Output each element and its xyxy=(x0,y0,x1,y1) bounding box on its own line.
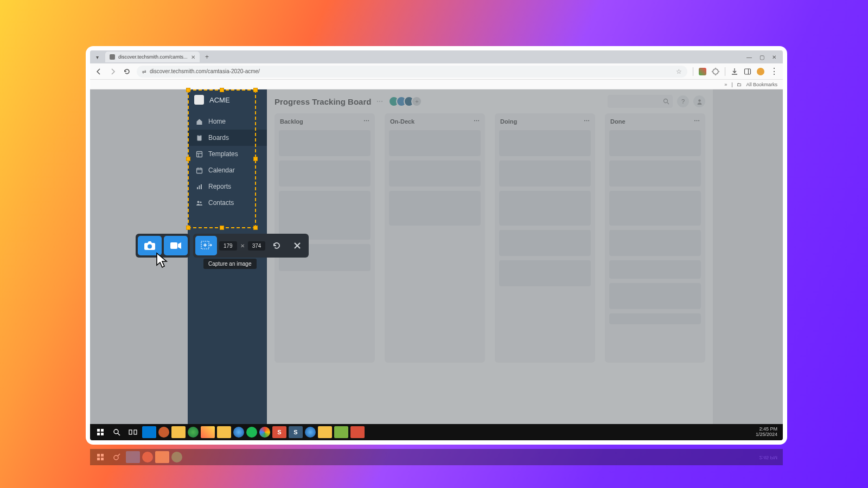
separator: | xyxy=(731,82,732,87)
clipboard-icon xyxy=(195,134,203,142)
reflection: 2:45 PM xyxy=(86,449,787,476)
taskbar-app-icon[interactable] xyxy=(217,426,231,438)
page-content: ACME Home Boards xyxy=(90,89,783,424)
sidepanel-icon[interactable] xyxy=(744,68,751,75)
folder-icon: 🗀 xyxy=(737,82,742,87)
home-icon xyxy=(195,118,203,125)
sidebar-nav: Home Boards Templates xyxy=(188,110,267,211)
system-tray-clock[interactable]: 2:45 PM 1/25/2024 xyxy=(756,427,780,438)
taskbar-app-icon[interactable] xyxy=(350,426,365,438)
close-tab-icon[interactable]: ✕ xyxy=(191,54,195,60)
svg-point-39 xyxy=(114,455,118,460)
separator xyxy=(693,67,693,76)
region-select-button[interactable] xyxy=(195,236,217,255)
favicon-icon xyxy=(110,54,115,60)
brand-name: ACME xyxy=(209,96,230,104)
svg-rect-30 xyxy=(101,433,104,435)
extension-icon[interactable] xyxy=(699,68,706,75)
bookmarks-overflow-icon[interactable]: » xyxy=(724,82,727,87)
search-taskbar-icon[interactable] xyxy=(110,426,124,438)
separator xyxy=(725,67,725,76)
window-frame: ▾ discover.techsmith.com/camts... ✕ + — … xyxy=(86,46,787,445)
sidebar-item-home[interactable]: Home xyxy=(188,113,267,130)
task-view-icon[interactable] xyxy=(126,426,140,438)
height-input[interactable]: 374 xyxy=(248,241,266,251)
taskbar-app-icon[interactable] xyxy=(318,426,332,438)
tab-title: discover.techsmith.com/camts... xyxy=(118,54,188,60)
start-button[interactable] xyxy=(93,426,107,438)
taskbar-app-icon[interactable] xyxy=(188,427,199,438)
url-bar: ⇄ discover.techsmith.com/camtasia-2020-a… xyxy=(90,63,783,80)
site-info-icon[interactable]: ⇄ xyxy=(142,69,146,74)
extensions-puzzle-icon[interactable] xyxy=(712,68,719,75)
svg-point-20 xyxy=(148,245,152,249)
svg-rect-28 xyxy=(101,429,104,432)
sidebar-item-label: Calendar xyxy=(208,166,235,174)
sidebar-header: ACME xyxy=(188,89,267,110)
width-input[interactable]: 179 xyxy=(219,241,237,251)
menu-dots-icon[interactable]: ⋮ xyxy=(770,66,778,76)
bookmark-star-icon[interactable]: ☆ xyxy=(676,68,682,75)
extension-icons: ⋮ xyxy=(693,66,778,76)
calendar-icon xyxy=(195,166,203,174)
tab-strip: ▾ discover.techsmith.com/camts... ✕ + — … xyxy=(90,50,783,63)
tooltip: Capture an image xyxy=(203,259,257,269)
contacts-icon xyxy=(195,199,203,207)
report-icon xyxy=(195,183,203,190)
taskbar-app-icon[interactable] xyxy=(201,426,215,438)
template-icon xyxy=(195,150,203,158)
capture-settings-group: 179 ✕ 374 xyxy=(193,234,309,258)
clock-date: 1/25/2024 xyxy=(756,432,777,438)
profile-avatar-icon[interactable] xyxy=(757,68,764,75)
back-button[interactable] xyxy=(94,67,103,76)
edge-icon[interactable] xyxy=(233,427,244,438)
svg-point-15 xyxy=(200,201,201,203)
brand-logo-icon xyxy=(194,95,204,105)
taskbar-app-icon[interactable] xyxy=(158,427,169,438)
close-window-icon[interactable]: ✕ xyxy=(772,54,776,60)
reset-button[interactable] xyxy=(267,236,286,255)
svg-rect-27 xyxy=(97,429,100,432)
taskbar-app-icon[interactable] xyxy=(142,426,156,438)
sidebar-item-label: Home xyxy=(208,118,226,125)
all-bookmarks-link[interactable]: All Bookmarks xyxy=(746,82,777,87)
svg-rect-0 xyxy=(745,69,751,74)
svg-rect-37 xyxy=(97,454,100,457)
tab-search-icon[interactable]: ▾ xyxy=(92,52,102,62)
svg-point-31 xyxy=(114,429,118,434)
camtasia-icon[interactable] xyxy=(334,426,348,438)
cursor-icon xyxy=(155,252,167,267)
taskbar-app-icon[interactable]: S xyxy=(272,426,286,438)
spotify-icon[interactable] xyxy=(246,427,257,438)
svg-line-40 xyxy=(118,454,120,456)
snagit-icon[interactable]: S xyxy=(289,426,303,438)
svg-rect-7 xyxy=(196,168,202,173)
maximize-icon[interactable]: ▢ xyxy=(760,54,764,60)
sidebar-item-templates[interactable]: Templates xyxy=(188,146,267,162)
sidebar-item-label: Boards xyxy=(208,134,229,142)
svg-rect-33 xyxy=(129,430,132,434)
svg-point-14 xyxy=(197,201,199,203)
download-icon[interactable] xyxy=(731,68,738,75)
cancel-button[interactable] xyxy=(288,236,307,255)
forward-button[interactable] xyxy=(108,67,117,76)
sidebar-item-reports[interactable]: Reports xyxy=(188,178,267,195)
reload-button[interactable] xyxy=(123,67,131,76)
sidebar-item-label: Reports xyxy=(208,183,231,190)
chrome-icon[interactable] xyxy=(259,427,270,438)
minimize-icon[interactable]: — xyxy=(746,54,752,60)
sidebar-item-calendar[interactable]: Calendar xyxy=(188,162,267,178)
window-controls: — ▢ ✕ xyxy=(746,54,781,60)
windows-taskbar: S S 2:45 PM 1/25/2024 xyxy=(90,424,783,440)
sidebar-item-contacts[interactable]: Contacts xyxy=(188,195,267,211)
browser-tab[interactable]: discover.techsmith.com/camts... ✕ xyxy=(105,52,200,62)
bookmarks-bar: » | 🗀 All Bookmarks xyxy=(90,80,783,89)
sidebar-item-boards[interactable]: Boards xyxy=(188,130,267,146)
sidebar-item-label: Templates xyxy=(208,150,238,158)
file-explorer-icon[interactable] xyxy=(171,426,186,438)
svg-rect-29 xyxy=(97,433,100,435)
svg-rect-34 xyxy=(134,430,137,434)
taskbar-app-icon[interactable] xyxy=(305,427,316,438)
new-tab-button[interactable]: + xyxy=(203,53,212,61)
address-bar[interactable]: ⇄ discover.techsmith.com/camtasia-2020-a… xyxy=(137,66,687,78)
